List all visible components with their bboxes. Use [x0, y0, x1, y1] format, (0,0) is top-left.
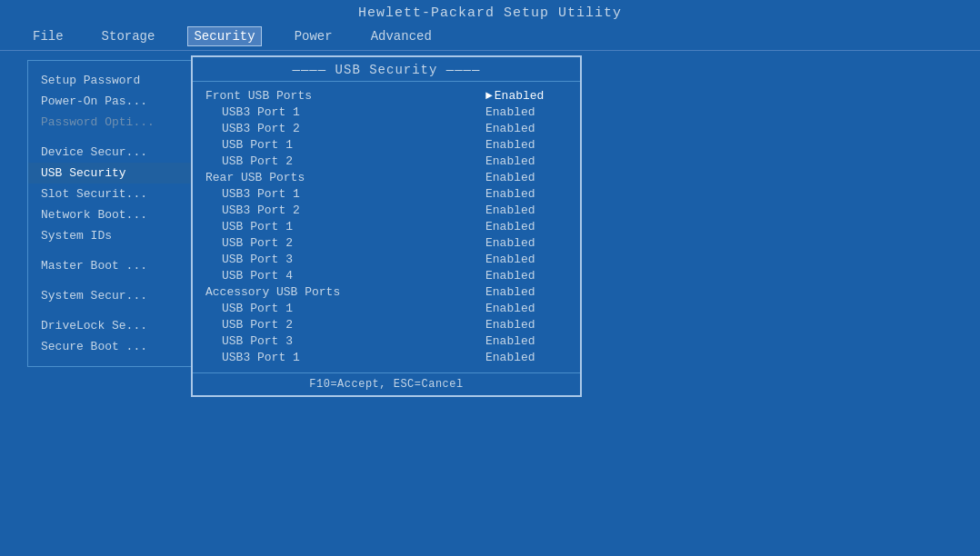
usb-row-label: USB Port 3	[222, 253, 485, 266]
usb-row-value: Enabled	[485, 105, 567, 119]
usb-row-label: USB3 Port 2	[222, 122, 485, 135]
usb-row: USB3 Port 1Enabled	[205, 349, 567, 365]
menu-item-advanced[interactable]: Advanced	[365, 27, 437, 45]
usb-row-value: Enabled	[485, 302, 567, 315]
usb-row-label: Accessory USB Ports	[205, 285, 485, 299]
usb-row: USB3 Port 2Enabled	[205, 202, 567, 218]
usb-row-label: USB3 Port 1	[222, 351, 485, 364]
usb-dialog-content: Front USB Ports►EnabledUSB3 Port 1Enable…	[193, 82, 580, 369]
usb-row-label: USB Port 1	[222, 138, 485, 152]
usb-row-value: Enabled	[485, 138, 567, 152]
app-title: Hewlett-Packard Setup Utility	[358, 5, 622, 21]
usb-row-label: USB Port 1	[222, 220, 485, 233]
usb-row-value: Enabled	[485, 236, 567, 250]
usb-row-label: USB Port 4	[222, 269, 485, 283]
usb-row: USB Port 2Enabled	[205, 234, 567, 251]
usb-dialog-title: ―――― USB Security ――――	[193, 57, 580, 82]
menu-bar: FileStorageSecurityPowerAdvanced	[0, 23, 980, 51]
usb-row: Front USB Ports►Enabled	[205, 87, 567, 104]
usb-row: USB Port 2Enabled	[205, 316, 567, 333]
usb-row-label: USB3 Port 1	[222, 187, 485, 201]
menu-item-security[interactable]: Security	[187, 26, 261, 46]
usb-row: USB Port 4Enabled	[205, 267, 567, 283]
usb-row-value: Enabled	[485, 154, 567, 168]
menu-item-storage[interactable]: Storage	[96, 27, 161, 45]
usb-row-label: Front USB Ports	[205, 89, 485, 103]
usb-dialog-footer: F10=Accept, ESC=Cancel	[193, 372, 580, 395]
usb-row-label: USB Port 3	[222, 334, 485, 348]
usb-row: USB Port 3Enabled	[205, 251, 567, 267]
menu-item-power[interactable]: Power	[289, 27, 338, 45]
usb-row-value: Enabled	[485, 220, 567, 233]
usb-row: USB Port 1Enabled	[205, 136, 567, 153]
usb-row-value: Enabled	[485, 285, 567, 299]
usb-row-label: USB Port 1	[222, 302, 485, 315]
usb-row: USB3 Port 1Enabled	[205, 104, 567, 120]
usb-security-dialog: ―――― USB Security ―――― Front USB Ports►E…	[191, 55, 582, 397]
usb-row-value: Enabled	[485, 269, 567, 283]
usb-row-label: USB3 Port 1	[222, 105, 485, 119]
usb-row-value: Enabled	[485, 318, 567, 332]
usb-row-value: Enabled	[485, 334, 567, 348]
usb-row-label: USB Port 2	[222, 154, 485, 168]
usb-row: USB Port 2Enabled	[205, 153, 567, 169]
usb-row: Accessory USB PortsEnabled	[205, 283, 567, 300]
usb-row-value: Enabled	[485, 204, 567, 217]
usb-row: Rear USB PortsEnabled	[205, 169, 567, 185]
usb-row: USB Port 1Enabled	[205, 300, 567, 316]
usb-row-value: Enabled	[485, 253, 567, 266]
usb-row-label: USB3 Port 2	[222, 204, 485, 217]
usb-row-value: Enabled	[485, 171, 567, 184]
title-bar: Hewlett-Packard Setup Utility	[0, 0, 980, 23]
usb-row-value: Enabled	[485, 351, 567, 364]
arrow-icon: ►	[485, 89, 493, 103]
usb-row-value: ►Enabled	[485, 89, 567, 103]
usb-row-label: USB Port 2	[222, 318, 485, 332]
usb-row: USB Port 3Enabled	[205, 333, 567, 349]
usb-row-value: Enabled	[485, 187, 567, 201]
usb-row: USB3 Port 1Enabled	[205, 185, 567, 202]
usb-row-value: Enabled	[485, 122, 567, 135]
menu-item-file[interactable]: File	[27, 27, 69, 45]
usb-row-label: Rear USB Ports	[205, 171, 485, 184]
usb-row-label: USB Port 2	[222, 236, 485, 250]
usb-row: USB Port 1Enabled	[205, 218, 567, 234]
main-area: Setup PasswordPower-On Pas...Password Op…	[27, 60, 953, 367]
usb-row: USB3 Port 2Enabled	[205, 120, 567, 136]
